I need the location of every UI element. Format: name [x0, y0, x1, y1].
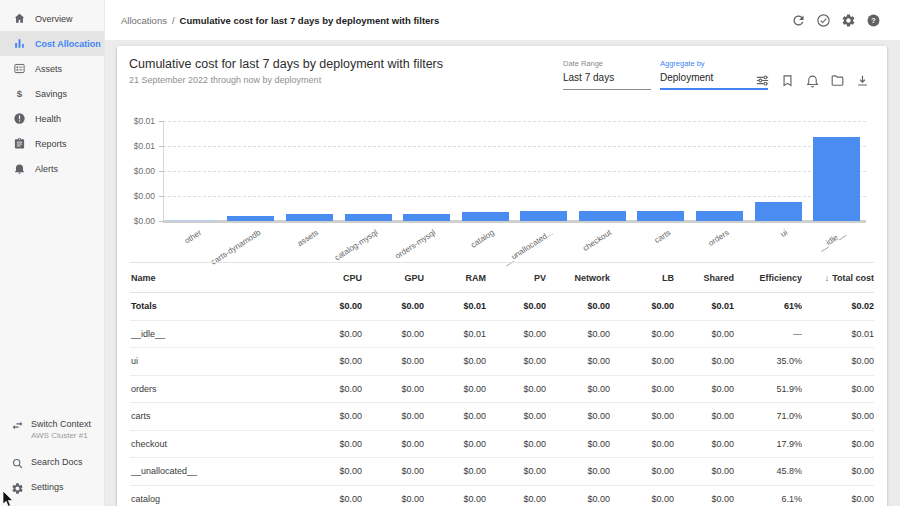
cell-shared: $0.00 — [674, 485, 734, 506]
cell-network: $0.00 — [546, 485, 610, 506]
x-axis-label-carts: carts — [652, 228, 671, 245]
cell-total-cost: $0.00 — [802, 403, 874, 431]
chart-bar-orders-mysql[interactable] — [403, 214, 450, 221]
cell-pv: $0.00 — [486, 458, 546, 486]
sidebar-item-search-docs[interactable]: Search Docs — [0, 457, 104, 470]
cell-efficiency: 51.9% — [734, 375, 802, 403]
x-axis-label-carts-dynamodb: carts-dynamodb — [209, 228, 262, 267]
table-row-ui[interactable]: ui$0.00$0.00$0.00$0.00$0.00$0.00$0.0035.… — [130, 348, 874, 376]
cell-total-cost: $0.00 — [802, 348, 874, 376]
table-header-network[interactable]: Network — [546, 263, 610, 293]
chart-bar-orders[interactable] — [696, 211, 743, 221]
x-axis-label-unallocated: __unallocated... — [502, 228, 554, 266]
y-axis-tick-label: $0.01 — [117, 141, 155, 151]
cell-total-cost: $0.00 — [802, 430, 874, 458]
chart-bar-unallocated[interactable] — [520, 211, 567, 221]
table-header-efficiency[interactable]: Efficiency — [734, 263, 802, 293]
cell-gpu: $0.00 — [362, 403, 424, 431]
allocation-table-wrap: NameCPUGPURAMPVNetworkLBSharedEfficiency… — [130, 262, 874, 506]
chart-bar-assets[interactable] — [286, 214, 333, 221]
chart-bar-ui[interactable] — [755, 202, 802, 221]
table-header-cpu[interactable]: CPU — [300, 263, 362, 293]
chart-bar-idle[interactable] — [813, 137, 860, 221]
table-row-catalog[interactable]: catalog$0.00$0.00$0.00$0.00$0.00$0.00$0.… — [130, 485, 874, 506]
assets-icon — [13, 62, 26, 75]
chart-bar-checkout[interactable] — [579, 211, 626, 221]
table-header-pv[interactable]: PV — [486, 263, 546, 293]
cell-lb: $0.00 — [610, 293, 674, 321]
table-header-name[interactable]: Name — [130, 263, 300, 293]
table-row-checkout[interactable]: checkout$0.00$0.00$0.00$0.00$0.00$0.00$0… — [130, 430, 874, 458]
check-circle-icon[interactable] — [816, 13, 831, 28]
cost-bar-chart: $0.01$0.01$0.00$0.00$0.00othercarts-dyna… — [117, 46, 887, 262]
table-row-carts[interactable]: carts$0.00$0.00$0.00$0.00$0.00$0.00$0.00… — [130, 403, 874, 431]
sidebar-item-overview[interactable]: Overview — [0, 6, 104, 31]
table-header-row: NameCPUGPURAMPVNetworkLBSharedEfficiency… — [130, 263, 874, 293]
table-header-shared[interactable]: Shared — [674, 263, 734, 293]
sidebar-item-alerts[interactable]: Alerts — [0, 156, 104, 181]
cell-gpu: $0.00 — [362, 485, 424, 506]
cell-pv: $0.00 — [486, 430, 546, 458]
chart-bar-other[interactable] — [169, 220, 216, 221]
table-header-lb[interactable]: LB — [610, 263, 674, 293]
x-axis-label-catalog: catalog — [470, 228, 497, 250]
refresh-icon[interactable] — [791, 13, 806, 28]
table-header-gpu[interactable]: GPU — [362, 263, 424, 293]
cell-shared: $0.01 — [674, 293, 734, 321]
breadcrumb-allocations-link[interactable]: Allocations — [121, 15, 167, 26]
table-row-orders[interactable]: orders$0.00$0.00$0.00$0.00$0.00$0.00$0.0… — [130, 375, 874, 403]
error-icon — [13, 112, 26, 125]
help-icon[interactable]: ? — [866, 13, 881, 28]
table-row-idle[interactable]: __idle__$0.00$0.00$0.01$0.00$0.00$0.00$0… — [130, 320, 874, 348]
sidebar-item-reports[interactable]: Reports — [0, 131, 104, 156]
sidebar-item-label: Health — [35, 114, 61, 124]
table-header-ram[interactable]: RAM — [424, 263, 486, 293]
cell-ram: $0.00 — [424, 430, 486, 458]
y-axis-tick-label: $0.01 — [117, 116, 155, 126]
x-axis-label-checkout: checkout — [582, 228, 614, 253]
sidebar-item-label: Savings — [35, 89, 67, 99]
cell-network: $0.00 — [546, 320, 610, 348]
gear-icon[interactable] — [841, 13, 856, 28]
report-card: Cumulative cost for last 7 days by deplo… — [117, 46, 887, 506]
dollar-icon: $ — [13, 87, 26, 100]
x-axis-label-ui: ui — [779, 228, 789, 239]
chart-bar-catalog-mysql[interactable] — [345, 214, 392, 221]
sidebar-item-switch-context[interactable]: Switch ContextAWS Cluster #1 — [0, 419, 104, 440]
sidebar-item-settings[interactable]: Settings — [0, 482, 104, 495]
cell-gpu: $0.00 — [362, 458, 424, 486]
cell-ram: $0.00 — [424, 348, 486, 376]
x-axis-label-catalog-mysql: catalog-mysql — [333, 228, 379, 262]
sidebar-item-savings[interactable]: $Savings — [0, 81, 104, 106]
allocation-table: NameCPUGPURAMPVNetworkLBSharedEfficiency… — [130, 262, 874, 506]
table-header-total-cost[interactable]: ↓Total cost — [802, 263, 874, 293]
sidebar-footer-label: Search Docs — [31, 457, 83, 467]
cell-shared: $0.00 — [674, 375, 734, 403]
topbar-actions: ? — [791, 0, 881, 40]
cell-shared: $0.00 — [674, 458, 734, 486]
breadcrumb-current-page: Cumulative cost for last 7 days by deplo… — [180, 15, 440, 26]
sidebar-item-cost-allocation[interactable]: Cost Allocation — [0, 31, 104, 56]
chart-bar-carts-dynamodb[interactable] — [227, 216, 274, 221]
cell-lb: $0.00 — [610, 375, 674, 403]
x-axis-label-assets: assets — [296, 228, 320, 248]
cell-efficiency: 6.1% — [734, 485, 802, 506]
table-row-unallocated[interactable]: __unallocated__$0.00$0.00$0.00$0.00$0.00… — [130, 458, 874, 486]
x-axis-label-orders: orders — [707, 228, 731, 248]
topbar: Allocations / Cumulative cost for last 7… — [105, 0, 900, 40]
chart-bar-catalog[interactable] — [462, 212, 509, 221]
cell-ram: $0.00 — [424, 485, 486, 506]
sidebar: OverviewCost AllocationAssets$SavingsHea… — [0, 0, 105, 506]
bar-chart-icon — [13, 37, 26, 50]
table-row-totals[interactable]: Totals$0.00$0.00$0.01$0.00$0.00$0.00$0.0… — [130, 293, 874, 321]
chart-bar-carts[interactable] — [637, 211, 684, 221]
cell-network: $0.00 — [546, 430, 610, 458]
cell-pv: $0.00 — [486, 348, 546, 376]
sidebar-item-assets[interactable]: Assets — [0, 56, 104, 81]
clipboard-icon — [13, 137, 26, 150]
cell-ram: $0.01 — [424, 293, 486, 321]
cell-cpu: $0.00 — [300, 430, 362, 458]
cell-pv: $0.00 — [486, 403, 546, 431]
sidebar-item-health[interactable]: Health — [0, 106, 104, 131]
cell-efficiency: 17.9% — [734, 430, 802, 458]
